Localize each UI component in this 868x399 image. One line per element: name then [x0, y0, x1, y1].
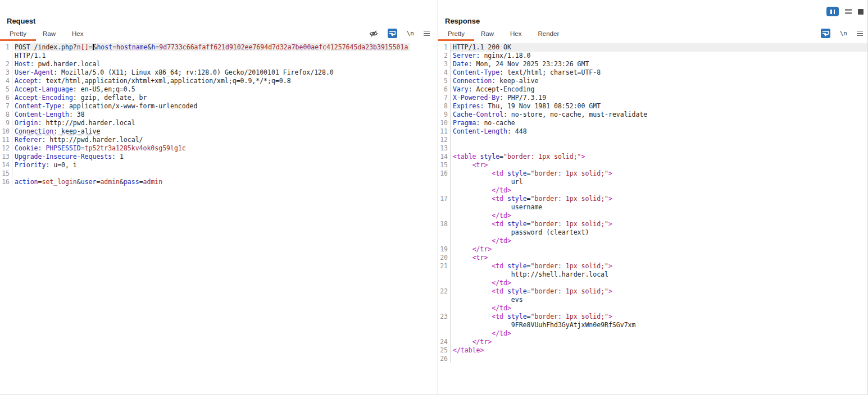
rows-layout-icon[interactable]: [844, 9, 853, 14]
code-line: 25</table>: [438, 346, 867, 355]
request-tab-raw[interactable]: Raw: [43, 30, 56, 37]
code-line: 23 <td style="border: 1px solid;">: [438, 313, 867, 321]
line-number: 18: [438, 220, 448, 228]
line-number: 24: [438, 338, 448, 346]
request-tab-hex[interactable]: Hex: [72, 30, 83, 37]
line-number: 26: [438, 355, 448, 363]
code-line: 13Upgrade-Insecure-Requests: 1: [0, 153, 438, 161]
code-line: </td>: [438, 186, 867, 195]
show-newlines-icon[interactable]: \n: [840, 30, 847, 37]
code-line: 4Accept: text/html,application/xhtml+xml…: [0, 77, 438, 85]
show-newlines-icon[interactable]: \n: [407, 30, 414, 37]
line-number: 7: [0, 102, 10, 111]
code-line: 4Content-Type: text/html; charset=UTF-8: [438, 68, 867, 77]
code-line: 14<table style="border: 1px solid;">: [438, 153, 867, 161]
line-number: 9: [438, 111, 448, 119]
line-number: 4: [438, 68, 448, 77]
code-line: evs: [438, 296, 867, 304]
line-number: 7: [438, 94, 448, 102]
code-line: 15: [0, 169, 438, 178]
code-line: password (cleartext): [438, 228, 867, 237]
line-number: 10: [0, 127, 10, 136]
code-line: 11Content-Length: 448: [438, 127, 867, 136]
line-number: 20: [438, 254, 448, 262]
code-line: 3User-Agent: Mozilla/5.0 (X11; Linux x86…: [0, 68, 438, 77]
code-line: 1HTTP/1.1 200 OK: [438, 43, 867, 52]
hide-matches-eye-icon[interactable]: [369, 29, 378, 38]
code-line: 19 </tr>: [438, 245, 867, 254]
view-layout-controls: [826, 7, 866, 16]
editor-menu-icon[interactable]: [424, 31, 430, 36]
code-line: http://shell.harder.local: [438, 270, 867, 279]
line-number: 11: [438, 127, 448, 136]
line-number: 17: [438, 195, 448, 203]
line-number: 6: [438, 85, 448, 94]
line-number: [438, 296, 448, 304]
response-tab-hex[interactable]: Hex: [510, 30, 521, 37]
line-number: [0, 52, 10, 60]
code-line: 7Content-Type: application/x-www-form-ur…: [0, 102, 438, 111]
line-number: 2: [0, 60, 10, 68]
code-line: 16action=set_login&user=admin&pass=admin: [0, 178, 438, 186]
columns-layout-icon[interactable]: [826, 7, 839, 16]
line-number: [438, 329, 448, 338]
request-tab-pretty[interactable]: Pretty: [10, 30, 26, 37]
http-message-editor: Request Pretty Raw Hex: [0, 0, 868, 399]
code-line: 2Server: nginx/1.18.0: [438, 52, 867, 60]
response-tab-bar: Pretty Raw Hex Render \n: [438, 26, 867, 41]
line-number: [438, 178, 448, 186]
response-panel-title: Response: [438, 0, 867, 26]
line-number: [438, 270, 448, 279]
line-number: 5: [0, 85, 10, 94]
line-number: [438, 304, 448, 313]
line-number: 11: [0, 136, 10, 144]
code-line: 26: [438, 355, 867, 363]
line-number: [438, 237, 448, 245]
code-line: HTTP/1.1: [0, 52, 438, 60]
word-wrap-icon[interactable]: [821, 29, 830, 38]
word-wrap-icon[interactable]: [388, 29, 397, 38]
line-number: 8: [0, 111, 10, 119]
line-number: 15: [0, 169, 10, 178]
line-number: [438, 228, 448, 237]
code-line: 2Host: pwd.harder.local: [0, 60, 438, 68]
line-number: 14: [438, 153, 448, 161]
code-line: 24 </tr>: [438, 338, 867, 346]
response-tab-render[interactable]: Render: [538, 30, 560, 37]
code-line: 16 <td style="border: 1px solid;">: [438, 169, 867, 178]
line-number: 22: [438, 287, 448, 296]
line-number: 15: [438, 161, 448, 169]
editor-menu-icon[interactable]: [857, 31, 863, 36]
line-number: 13: [0, 153, 10, 161]
line-number: 19: [438, 245, 448, 254]
single-layout-icon[interactable]: [858, 9, 864, 15]
line-number: 16: [0, 178, 10, 186]
response-tab-raw[interactable]: Raw: [481, 30, 494, 37]
line-number: 8: [438, 102, 448, 111]
code-line: 18 <td style="border: 1px solid;">: [438, 220, 867, 228]
request-panel-title: Request: [0, 0, 438, 26]
line-number: [438, 203, 448, 212]
code-line: 13: [438, 144, 867, 153]
code-line: 12: [438, 136, 867, 144]
active-tab-underline: [0, 39, 36, 41]
line-number: [438, 279, 448, 287]
line-number: 3: [438, 60, 448, 68]
response-editor[interactable]: 1HTTP/1.1 200 OK2Server: nginx/1.18.03Da…: [438, 41, 867, 363]
code-line: 8Content-Length: 38: [0, 111, 438, 119]
code-line: 5Accept-Language: en-US,en;q=0.5: [0, 85, 438, 94]
code-line: 5Connection: keep-alive: [438, 77, 867, 85]
code-line: 8Expires: Thu, 19 Nov 1981 08:52:00 GMT: [438, 102, 867, 111]
line-number: 23: [438, 313, 448, 321]
code-line: 12Cookie: PHPSESSID=tp52tr3a1285kv4ok0sg…: [0, 144, 438, 153]
request-editor-toolbar: \n: [369, 26, 430, 41]
code-line: 6Accept-Encoding: gzip, deflate, br: [0, 94, 438, 102]
line-number: 10: [438, 119, 448, 127]
request-panel: Request Pretty Raw Hex: [0, 0, 438, 395]
response-tab-pretty[interactable]: Pretty: [448, 30, 465, 37]
request-editor[interactable]: 1POST /index.php?n[]=&host=hostname&h=9d…: [0, 41, 438, 186]
line-number: 1: [0, 43, 10, 52]
line-number: 14: [0, 161, 10, 169]
code-line: 17 <td style="border: 1px solid;">: [438, 195, 867, 203]
line-number: 4: [0, 77, 10, 85]
